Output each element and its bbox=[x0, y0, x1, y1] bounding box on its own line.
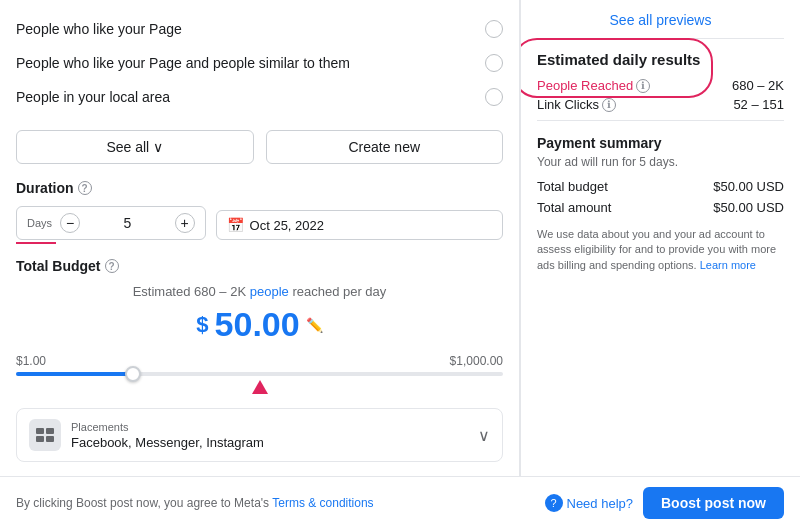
audience-option-2[interactable]: People who like your Page and people sim… bbox=[16, 46, 503, 80]
total-amount-row: Total amount $50.00 USD bbox=[537, 200, 784, 215]
end-date-box[interactable]: 📅 Oct 25, 2022 bbox=[216, 210, 503, 240]
people-reached-info-icon[interactable]: ℹ bbox=[636, 79, 650, 93]
need-help-label: Need help? bbox=[567, 496, 634, 511]
left-panel: People who like your Page People who lik… bbox=[0, 0, 520, 476]
days-container: Days − 5 + bbox=[16, 206, 206, 244]
slider-thumb[interactable] bbox=[125, 366, 141, 382]
link-clicks-label: Link Clicks ℹ bbox=[537, 97, 616, 112]
end-date-value: Oct 25, 2022 bbox=[250, 218, 324, 233]
footer-right: ? Need help? Boost post now bbox=[545, 487, 785, 519]
svg-rect-1 bbox=[46, 428, 54, 434]
boost-post-button[interactable]: Boost post now bbox=[643, 487, 784, 519]
placements-icon bbox=[29, 419, 61, 451]
placements-section[interactable]: Placements Facebook, Messenger, Instagra… bbox=[16, 408, 503, 462]
see-all-previews-link[interactable]: See all previews bbox=[537, 12, 784, 39]
audience-buttons-row: See all ∨ Create new bbox=[16, 130, 503, 164]
see-all-button[interactable]: See all ∨ bbox=[16, 130, 254, 164]
payment-note: Your ad will run for 5 days. bbox=[537, 155, 784, 169]
people-reached-label: People Reached ℹ bbox=[537, 78, 650, 93]
duration-title: Duration ? bbox=[16, 180, 503, 196]
data-notice: We use data about you and your ad accoun… bbox=[537, 227, 784, 273]
create-new-button[interactable]: Create new bbox=[266, 130, 504, 164]
payment-summary-title: Payment summary bbox=[537, 135, 784, 151]
days-value: 5 bbox=[88, 215, 167, 231]
slider-min-label: $1.00 bbox=[16, 354, 46, 368]
amount-value: 50.00 bbox=[215, 305, 300, 344]
svg-rect-3 bbox=[46, 436, 54, 442]
svg-rect-0 bbox=[36, 428, 44, 434]
total-budget-label: Total budget bbox=[537, 179, 608, 194]
audience-option-3-text: People in your local area bbox=[16, 89, 170, 105]
people-reached-value: 680 – 2K bbox=[732, 78, 784, 93]
slider-track[interactable] bbox=[16, 372, 503, 376]
link-clicks-info-icon[interactable]: ℹ bbox=[602, 98, 616, 112]
help-circle-icon: ? bbox=[545, 494, 563, 512]
days-increase-button[interactable]: + bbox=[175, 213, 195, 233]
total-budget-row: Total budget $50.00 USD bbox=[537, 179, 784, 194]
duration-section: Duration ? Days − 5 + 📅 Oct 25, bbox=[16, 180, 503, 244]
budget-amount: $ 50.00 ✏️ bbox=[16, 305, 503, 344]
estimated-daily-title: Estimated daily results bbox=[537, 51, 784, 68]
days-decrease-button[interactable]: − bbox=[60, 213, 80, 233]
days-underline bbox=[16, 242, 56, 244]
audience-option-3[interactable]: People in your local area bbox=[16, 80, 503, 114]
right-panel: See all previews Estimated daily results… bbox=[520, 0, 800, 476]
link-clicks-value: 52 – 151 bbox=[733, 97, 784, 112]
budget-section: Total Budget ? Estimated 680 – 2K people… bbox=[16, 258, 503, 394]
audience-option-1-text: People who like your Page bbox=[16, 21, 182, 37]
total-amount-value: $50.00 USD bbox=[713, 200, 784, 215]
slider-max-label: $1,000.00 bbox=[450, 354, 503, 368]
audience-option-1-radio[interactable] bbox=[485, 20, 503, 38]
total-amount-label: Total amount bbox=[537, 200, 611, 215]
svg-rect-2 bbox=[36, 436, 44, 442]
need-help-button[interactable]: ? Need help? bbox=[545, 494, 634, 512]
audience-options: People who like your Page People who lik… bbox=[16, 0, 503, 122]
slider-fill bbox=[16, 372, 133, 376]
edit-amount-icon[interactable]: ✏️ bbox=[306, 317, 323, 333]
days-input-box[interactable]: Days − 5 + bbox=[16, 206, 206, 240]
duration-row: Days − 5 + 📅 Oct 25, 2022 bbox=[16, 206, 503, 244]
placements-chevron-icon[interactable]: ∨ bbox=[478, 426, 490, 445]
footer: By clicking Boost post now, you agree to… bbox=[0, 476, 800, 529]
placements-label: Placements bbox=[71, 421, 264, 433]
estimated-reach-text: Estimated 680 – 2K people reached per da… bbox=[16, 284, 503, 299]
budget-info-icon[interactable]: ? bbox=[105, 259, 119, 273]
people-link: people bbox=[250, 284, 289, 299]
budget-title: Total Budget ? bbox=[16, 258, 503, 274]
days-label: Days bbox=[27, 217, 52, 229]
arrow-up-icon bbox=[252, 380, 268, 394]
calendar-icon: 📅 bbox=[227, 217, 244, 233]
dollar-sign: $ bbox=[196, 312, 208, 338]
slider-labels: $1.00 $1,000.00 bbox=[16, 354, 503, 368]
footer-terms-text: By clicking Boost post now, you agree to… bbox=[16, 496, 374, 510]
budget-slider-container: $1.00 $1,000.00 bbox=[16, 354, 503, 376]
placements-text: Placements Facebook, Messenger, Instagra… bbox=[71, 421, 264, 450]
separator-1 bbox=[537, 120, 784, 121]
audience-option-1[interactable]: People who like your Page bbox=[16, 12, 503, 46]
audience-option-3-radio[interactable] bbox=[485, 88, 503, 106]
placements-left: Placements Facebook, Messenger, Instagra… bbox=[29, 419, 264, 451]
audience-option-2-radio[interactable] bbox=[485, 54, 503, 72]
terms-link[interactable]: Terms & conditions bbox=[272, 496, 373, 510]
total-budget-value: $50.00 USD bbox=[713, 179, 784, 194]
people-reached-row: People Reached ℹ 680 – 2K bbox=[537, 78, 784, 93]
learn-more-link[interactable]: Learn more bbox=[700, 259, 756, 271]
audience-option-2-text: People who like your Page and people sim… bbox=[16, 55, 350, 71]
placements-value: Facebook, Messenger, Instagram bbox=[71, 435, 264, 450]
duration-info-icon[interactable]: ? bbox=[78, 181, 92, 195]
link-clicks-row: Link Clicks ℹ 52 – 151 bbox=[537, 97, 784, 112]
arrow-annotation bbox=[16, 380, 503, 394]
